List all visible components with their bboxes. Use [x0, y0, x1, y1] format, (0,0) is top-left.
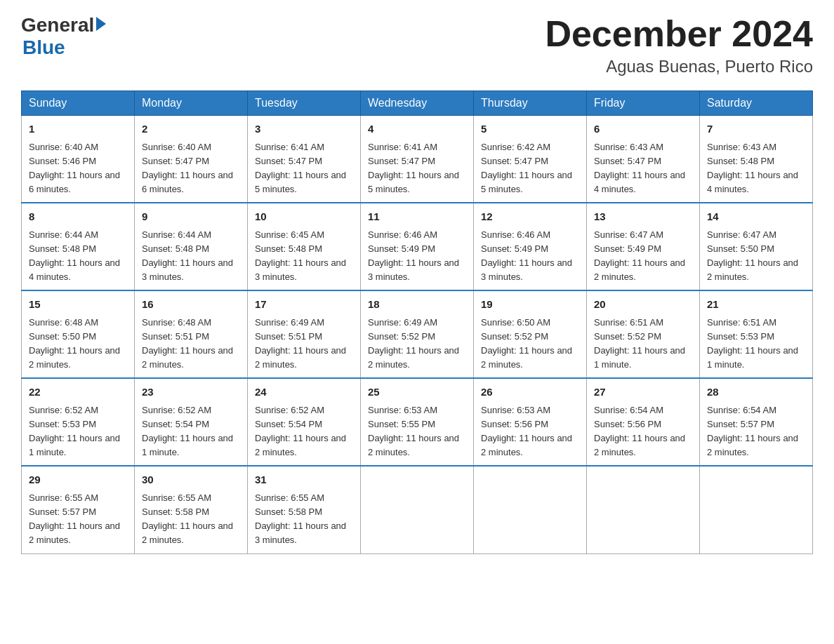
- day-number: 21: [707, 297, 805, 313]
- day-info: Sunrise: 6:42 AMSunset: 5:47 PMDaylight:…: [481, 142, 572, 194]
- title-area: December 2024 Aguas Buenas, Puerto Rico: [545, 14, 813, 76]
- calendar-day-cell: 9 Sunrise: 6:44 AMSunset: 5:48 PMDayligh…: [135, 203, 248, 290]
- calendar-header-wednesday: Wednesday: [361, 91, 474, 116]
- day-info: Sunrise: 6:52 AMSunset: 5:54 PMDaylight:…: [142, 405, 233, 457]
- day-info: Sunrise: 6:48 AMSunset: 5:50 PMDaylight:…: [29, 317, 120, 370]
- logo-general-text: General: [21, 14, 94, 36]
- calendar-day-cell: 5 Sunrise: 6:42 AMSunset: 5:47 PMDayligh…: [474, 116, 587, 203]
- calendar-day-cell: 12 Sunrise: 6:46 AMSunset: 5:49 PMDaylig…: [474, 203, 587, 290]
- day-number: 10: [255, 209, 353, 225]
- day-number: 23: [142, 384, 240, 401]
- calendar-day-cell: 14 Sunrise: 6:47 AMSunset: 5:50 PMDaylig…: [700, 203, 813, 290]
- day-number: 6: [594, 121, 692, 137]
- calendar-header-sunday: Sunday: [22, 91, 135, 116]
- calendar-day-cell: 30 Sunrise: 6:55 AMSunset: 5:58 PMDaylig…: [135, 466, 248, 554]
- location-title: Aguas Buenas, Puerto Rico: [545, 57, 813, 76]
- page-header: General Blue December 2024 Aguas Buenas,…: [21, 14, 813, 76]
- calendar-header-tuesday: Tuesday: [248, 91, 361, 116]
- calendar-day-cell: 7 Sunrise: 6:43 AMSunset: 5:48 PMDayligh…: [700, 116, 813, 203]
- calendar-header-friday: Friday: [587, 91, 700, 116]
- calendar-day-cell: 25 Sunrise: 6:53 AMSunset: 5:55 PMDaylig…: [361, 378, 474, 466]
- day-info: Sunrise: 6:55 AMSunset: 5:58 PMDaylight:…: [142, 492, 233, 545]
- day-number: 18: [368, 297, 466, 313]
- calendar-day-cell: 10 Sunrise: 6:45 AMSunset: 5:48 PMDaylig…: [248, 203, 361, 290]
- calendar-day-cell: 23 Sunrise: 6:52 AMSunset: 5:54 PMDaylig…: [135, 378, 248, 466]
- day-info: Sunrise: 6:53 AMSunset: 5:55 PMDaylight:…: [368, 405, 459, 457]
- day-number: 29: [29, 472, 127, 488]
- day-info: Sunrise: 6:53 AMSunset: 5:56 PMDaylight:…: [481, 405, 572, 457]
- calendar-day-cell: [587, 466, 700, 554]
- calendar-day-cell: 2 Sunrise: 6:40 AMSunset: 5:47 PMDayligh…: [135, 116, 248, 203]
- calendar-day-cell: 22 Sunrise: 6:52 AMSunset: 5:53 PMDaylig…: [22, 378, 135, 466]
- calendar-day-cell: 27 Sunrise: 6:54 AMSunset: 5:56 PMDaylig…: [587, 378, 700, 466]
- calendar-day-cell: 6 Sunrise: 6:43 AMSunset: 5:47 PMDayligh…: [587, 116, 700, 203]
- calendar-day-cell: 18 Sunrise: 6:49 AMSunset: 5:52 PMDaylig…: [361, 290, 474, 378]
- day-info: Sunrise: 6:46 AMSunset: 5:49 PMDaylight:…: [368, 229, 459, 282]
- calendar-table: SundayMondayTuesdayWednesdayThursdayFrid…: [21, 90, 813, 554]
- calendar-week-row: 29 Sunrise: 6:55 AMSunset: 5:57 PMDaylig…: [22, 466, 813, 554]
- calendar-day-cell: 3 Sunrise: 6:41 AMSunset: 5:47 PMDayligh…: [248, 116, 361, 203]
- day-number: 27: [594, 384, 692, 401]
- day-info: Sunrise: 6:51 AMSunset: 5:53 PMDaylight:…: [707, 317, 798, 370]
- calendar-header-monday: Monday: [135, 91, 248, 116]
- day-info: Sunrise: 6:48 AMSunset: 5:51 PMDaylight:…: [142, 317, 233, 370]
- calendar-day-cell: [361, 466, 474, 554]
- calendar-day-cell: 31 Sunrise: 6:55 AMSunset: 5:58 PMDaylig…: [248, 466, 361, 554]
- day-number: 15: [29, 297, 127, 313]
- day-info: Sunrise: 6:54 AMSunset: 5:57 PMDaylight:…: [707, 405, 798, 457]
- day-info: Sunrise: 6:52 AMSunset: 5:54 PMDaylight:…: [255, 405, 346, 457]
- day-number: 31: [255, 472, 353, 488]
- day-number: 2: [142, 121, 240, 137]
- calendar-day-cell: 20 Sunrise: 6:51 AMSunset: 5:52 PMDaylig…: [587, 290, 700, 378]
- day-number: 25: [368, 384, 466, 401]
- calendar-day-cell: 13 Sunrise: 6:47 AMSunset: 5:49 PMDaylig…: [587, 203, 700, 290]
- day-number: 9: [142, 209, 240, 225]
- day-number: 11: [368, 209, 466, 225]
- day-info: Sunrise: 6:44 AMSunset: 5:48 PMDaylight:…: [29, 229, 120, 282]
- day-number: 14: [707, 209, 805, 225]
- logo-arrow-icon: [96, 17, 106, 31]
- day-number: 13: [594, 209, 692, 225]
- day-info: Sunrise: 6:44 AMSunset: 5:48 PMDaylight:…: [142, 229, 233, 282]
- day-info: Sunrise: 6:54 AMSunset: 5:56 PMDaylight:…: [594, 405, 685, 457]
- day-info: Sunrise: 6:49 AMSunset: 5:51 PMDaylight:…: [255, 317, 346, 370]
- calendar-header-thursday: Thursday: [474, 91, 587, 116]
- day-number: 22: [29, 384, 127, 401]
- day-info: Sunrise: 6:55 AMSunset: 5:58 PMDaylight:…: [255, 492, 346, 545]
- day-info: Sunrise: 6:40 AMSunset: 5:47 PMDaylight:…: [142, 142, 233, 194]
- day-info: Sunrise: 6:40 AMSunset: 5:46 PMDaylight:…: [29, 142, 120, 194]
- day-info: Sunrise: 6:47 AMSunset: 5:50 PMDaylight:…: [707, 229, 798, 282]
- day-info: Sunrise: 6:50 AMSunset: 5:52 PMDaylight:…: [481, 317, 572, 370]
- calendar-day-cell: 17 Sunrise: 6:49 AMSunset: 5:51 PMDaylig…: [248, 290, 361, 378]
- calendar-day-cell: 16 Sunrise: 6:48 AMSunset: 5:51 PMDaylig…: [135, 290, 248, 378]
- calendar-header-saturday: Saturday: [700, 91, 813, 116]
- day-info: Sunrise: 6:51 AMSunset: 5:52 PMDaylight:…: [594, 317, 685, 370]
- day-number: 26: [481, 384, 579, 401]
- calendar-week-row: 1 Sunrise: 6:40 AMSunset: 5:46 PMDayligh…: [22, 116, 813, 203]
- day-info: Sunrise: 6:43 AMSunset: 5:48 PMDaylight:…: [707, 142, 798, 194]
- day-number: 4: [368, 121, 466, 137]
- calendar-week-row: 15 Sunrise: 6:48 AMSunset: 5:50 PMDaylig…: [22, 290, 813, 378]
- calendar-day-cell: 11 Sunrise: 6:46 AMSunset: 5:49 PMDaylig…: [361, 203, 474, 290]
- day-number: 3: [255, 121, 353, 137]
- calendar-day-cell: 8 Sunrise: 6:44 AMSunset: 5:48 PMDayligh…: [22, 203, 135, 290]
- day-info: Sunrise: 6:55 AMSunset: 5:57 PMDaylight:…: [29, 492, 120, 545]
- day-number: 12: [481, 209, 579, 225]
- calendar-day-cell: 4 Sunrise: 6:41 AMSunset: 5:47 PMDayligh…: [361, 116, 474, 203]
- day-number: 1: [29, 121, 127, 137]
- day-number: 7: [707, 121, 805, 137]
- calendar-day-cell: 15 Sunrise: 6:48 AMSunset: 5:50 PMDaylig…: [22, 290, 135, 378]
- calendar-day-cell: 1 Sunrise: 6:40 AMSunset: 5:46 PMDayligh…: [22, 116, 135, 203]
- calendar-day-cell: 19 Sunrise: 6:50 AMSunset: 5:52 PMDaylig…: [474, 290, 587, 378]
- day-info: Sunrise: 6:49 AMSunset: 5:52 PMDaylight:…: [368, 317, 459, 370]
- day-number: 20: [594, 297, 692, 313]
- calendar-week-row: 8 Sunrise: 6:44 AMSunset: 5:48 PMDayligh…: [22, 203, 813, 290]
- calendar-day-cell: [474, 466, 587, 554]
- day-number: 24: [255, 384, 353, 401]
- day-info: Sunrise: 6:43 AMSunset: 5:47 PMDaylight:…: [594, 142, 685, 194]
- calendar-week-row: 22 Sunrise: 6:52 AMSunset: 5:53 PMDaylig…: [22, 378, 813, 466]
- day-number: 19: [481, 297, 579, 313]
- calendar-day-cell: 29 Sunrise: 6:55 AMSunset: 5:57 PMDaylig…: [22, 466, 135, 554]
- day-number: 5: [481, 121, 579, 137]
- day-info: Sunrise: 6:47 AMSunset: 5:49 PMDaylight:…: [594, 229, 685, 282]
